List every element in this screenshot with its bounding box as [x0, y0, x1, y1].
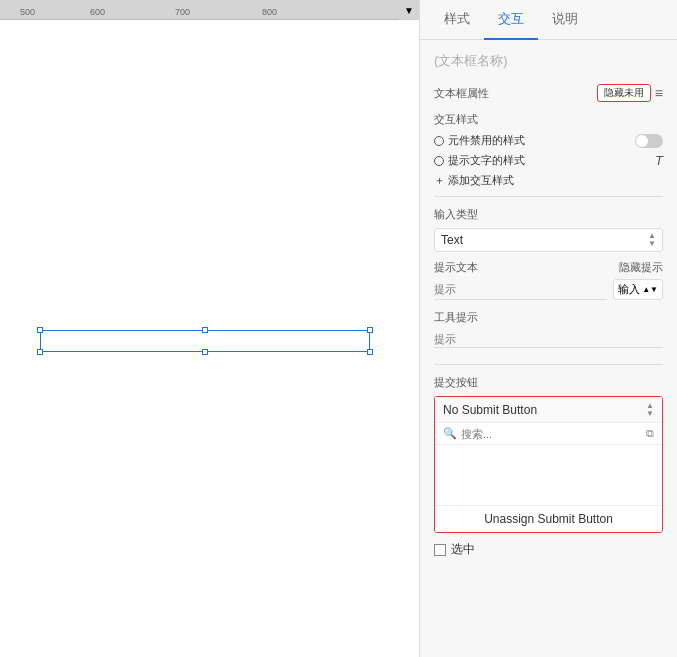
style1-label: 元件禁用的样式	[434, 133, 525, 148]
hidden-hint-arrow: ▲▼	[642, 285, 658, 294]
hint-row: 输入 ▲▼	[434, 279, 663, 300]
toggle-switch-1[interactable]	[635, 134, 663, 148]
filter-icon[interactable]: ⧉	[646, 427, 654, 440]
handle-top-middle[interactable]	[202, 327, 208, 333]
radio-dot-1[interactable]	[434, 136, 444, 146]
checkbox-row: 选中	[434, 541, 663, 558]
tab-style[interactable]: 样式	[430, 0, 484, 40]
divider-1	[434, 196, 663, 197]
letter-t-icon: T	[655, 153, 663, 168]
style2-label: 提示文字的样式	[434, 153, 525, 168]
panel-content: (文本框名称) 文本框属性 隐藏未用 ≡ 交互样式 元件禁用的样式	[420, 40, 677, 657]
submit-button-section: No Submit Button ▲ ▼ 🔍 ⧉ Unassign Submit…	[434, 396, 663, 533]
search-row: 🔍 ⧉	[435, 422, 662, 445]
canvas-body	[0, 20, 419, 657]
handle-top-left[interactable]	[37, 327, 43, 333]
hidden-tag: 隐藏未用	[597, 84, 651, 102]
input-type-arrows: ▲ ▼	[648, 232, 656, 248]
handle-bottom-right[interactable]	[367, 349, 373, 355]
handle-bottom-middle[interactable]	[202, 349, 208, 355]
search-icon: 🔍	[443, 427, 457, 440]
hidden-hint-label: 隐藏提示	[619, 260, 663, 275]
text-field-props-row: 文本框属性 隐藏未用 ≡	[434, 84, 663, 102]
plus-icon: ＋	[434, 173, 445, 188]
toggle-knob-1	[636, 135, 648, 147]
search-list-area	[435, 445, 662, 505]
right-panel: 样式 交互 说明 (文本框名称) 文本框属性 隐藏未用 ≡ 交互样式 元件禁用的…	[419, 0, 677, 657]
interact-styles-label: 交互样式	[434, 112, 663, 127]
style-row-2: 提示文字的样式 T	[434, 153, 663, 168]
canvas-area: 500 600 700 800 ▼	[0, 0, 419, 657]
submit-select-arrows: ▲ ▼	[646, 402, 654, 418]
hidden-hint-value: 输入	[618, 282, 640, 297]
hint-text-input[interactable]	[434, 279, 607, 300]
submit-select-row[interactable]: No Submit Button ▲ ▼	[435, 397, 662, 422]
ruler-mark-700: 700	[175, 7, 190, 17]
ruler-mark-500: 500	[20, 7, 35, 17]
arrow-down-icon: ▼	[648, 240, 656, 248]
input-type-select[interactable]: Text ▲ ▼	[434, 228, 663, 252]
tooltip-input[interactable]	[434, 331, 663, 348]
hidden-hint-select[interactable]: 输入 ▲▼	[613, 279, 663, 300]
ruler-scroll-button[interactable]: ▼	[399, 0, 419, 20]
tab-bar: 样式 交互 说明	[420, 0, 677, 40]
checkbox-label: 选中	[451, 541, 475, 558]
tooltip-label: 工具提示	[434, 310, 663, 325]
selected-checkbox[interactable]	[434, 544, 446, 556]
radio-dot-2[interactable]	[434, 156, 444, 166]
search-input[interactable]	[461, 428, 646, 440]
submit-btn-section-label: 提交按钮	[434, 375, 663, 390]
tab-desc[interactable]: 说明	[538, 0, 592, 40]
unassign-submit-button[interactable]: Unassign Submit Button	[435, 505, 662, 532]
panel-title: (文本框名称)	[434, 50, 663, 72]
style-row-1: 元件禁用的样式	[434, 133, 663, 148]
input-type-label: 输入类型	[434, 207, 663, 222]
text-field-element[interactable]	[40, 330, 370, 370]
hidden-badge: 隐藏未用 ≡	[597, 84, 663, 102]
submit-arrow-down: ▼	[646, 410, 654, 418]
input-type-value: Text	[441, 233, 648, 247]
handle-bottom-left[interactable]	[37, 349, 43, 355]
ruler-top: 500 600 700 800 ▼	[0, 0, 419, 20]
add-style-button[interactable]: ＋ 添加交互样式	[434, 173, 663, 188]
handle-top-right[interactable]	[367, 327, 373, 333]
tab-interact[interactable]: 交互	[484, 0, 538, 40]
menu-icon[interactable]: ≡	[655, 85, 663, 101]
ruler-mark-800: 800	[262, 7, 277, 17]
submit-select-value: No Submit Button	[443, 403, 646, 417]
ruler-mark-600: 600	[90, 7, 105, 17]
ruler-marks: 500 600 700 800	[0, 0, 419, 19]
text-field-props-label: 文本框属性	[434, 86, 489, 101]
divider-2	[434, 364, 663, 365]
hint-text-label: 提示文本	[434, 260, 478, 275]
